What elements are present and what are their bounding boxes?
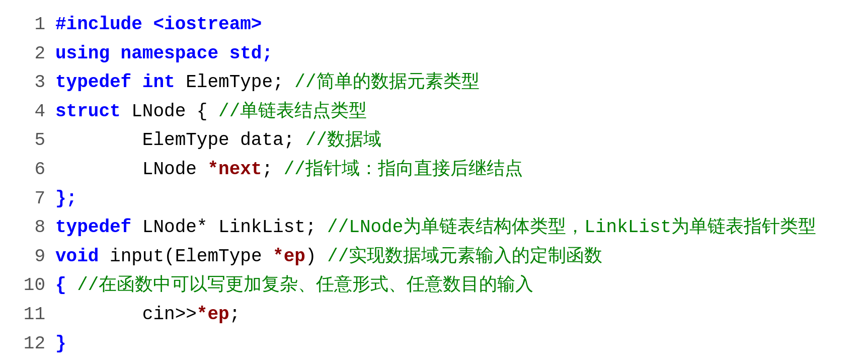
line-content: cin>>*ep; [55,300,853,329]
code-token: //在函数中可以写更加复杂、任意形式、任意数目的输入 [77,275,533,296]
code-token: input(ElemType [110,246,273,267]
line-content: using namespace std; [55,39,853,68]
line-number: 3 [15,68,45,97]
line-content: LNode *next; //指针域：指向直接后继结点 [55,155,853,184]
code-token: void [55,246,110,267]
line-content: }; [55,184,853,213]
code-line: 5 ElemType data; //数据域 [15,126,853,155]
line-content: typedef LNode* LinkList; //LNode为单链表结构体类… [55,213,853,242]
code-token: LNode { [131,101,218,122]
code-line: 7}; [15,184,853,213]
line-number: 12 [15,329,45,358]
code-token: //指针域：指向直接后继结点 [284,159,523,180]
code-line: 10{ //在函数中可以写更加复杂、任意形式、任意数目的输入 [15,271,853,300]
code-token: ; [229,304,241,325]
code-line: 8typedef LNode* LinkList; //LNode为单链表结构体… [15,213,853,242]
code-token: ElemType data; [55,130,305,151]
code-line: 12} [15,329,853,358]
code-token: #include <iostream> [55,14,262,35]
code-line: 4struct LNode { //单链表结点类型 [15,97,853,126]
code-line: 11 cin>>*ep; [15,300,853,329]
code-editor: 1#include <iostream>2using namespace std… [15,10,853,358]
code-token: ElemType; [186,72,294,93]
line-number: 11 [15,300,45,329]
line-number: 8 [15,213,45,242]
code-line: 6 LNode *next; //指针域：指向直接后继结点 [15,155,853,184]
code-token: //简单的数据元素类型 [294,72,479,93]
line-number: 9 [15,242,45,271]
code-token: *ep [273,246,305,267]
line-content: } [55,329,853,358]
code-token: ) [305,246,327,267]
code-token: struct [55,101,131,122]
code-token: typedef [55,72,142,93]
line-content: ElemType data; //数据域 [55,126,853,155]
code-token: //数据域 [305,130,381,151]
code-token: }; [55,188,77,209]
code-token: int [142,72,186,93]
code-token: ; [262,159,283,180]
code-token: //LNode为单链表结构体类型，LinkList为单链表指针类型 [327,217,816,238]
line-content: { //在函数中可以写更加复杂、任意形式、任意数目的输入 [55,271,853,300]
line-number: 5 [15,126,45,155]
code-token: { [55,275,77,296]
line-number: 4 [15,97,45,126]
code-token: using namespace std; [55,43,273,64]
code-token: *next [207,159,262,180]
line-number: 2 [15,39,45,68]
code-token: LNode* LinkList; [142,217,327,238]
code-line: 9void input(ElemType *ep) //实现数据域元素输入的定制… [15,242,853,271]
code-line: 1#include <iostream> [15,10,853,39]
code-token: cin>> [55,304,197,325]
line-content: void input(ElemType *ep) //实现数据域元素输入的定制函… [55,242,853,271]
code-token: //单链表结点类型 [218,101,367,122]
line-number: 7 [15,184,45,213]
line-number: 10 [15,271,45,300]
code-token: LNode [55,159,207,180]
code-token: *ep [197,304,229,325]
code-token: } [55,333,66,354]
line-number: 6 [15,155,45,184]
code-token: typedef [55,217,142,238]
line-content: #include <iostream> [55,10,853,39]
code-token: //实现数据域元素输入的定制函数 [327,246,602,267]
line-content: struct LNode { //单链表结点类型 [55,97,853,126]
line-content: typedef int ElemType; //简单的数据元素类型 [55,68,853,97]
code-line: 2using namespace std; [15,39,853,68]
code-line: 3typedef int ElemType; //简单的数据元素类型 [15,68,853,97]
line-number: 1 [15,10,45,39]
